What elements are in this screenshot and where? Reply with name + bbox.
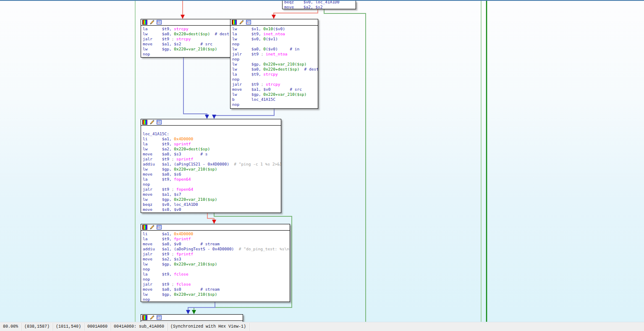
block-title-bar[interactable] <box>141 224 290 231</box>
block-loc-41A1D0-partial[interactable] <box>141 314 243 322</box>
asm-line[interactable]: loc_41A15C: <box>143 131 281 137</box>
asm-line[interactable]: b loc_41A15C <box>232 97 318 102</box>
node-group-icon[interactable] <box>246 20 251 25</box>
block-code: li $a1, 0x4D0000la $t9, fprintfmove $a0,… <box>141 231 290 303</box>
asm-line[interactable]: nop <box>232 42 318 47</box>
asm-line[interactable]: addiu $a1, (aPingC1S21 - 0x4D0000) # "pi… <box>143 162 281 167</box>
asm-line[interactable]: la $t9, sprintf <box>143 142 281 147</box>
node-edit-comment-icon[interactable] <box>149 20 154 25</box>
block-code: lw $v1, 0x10($v0)la $t9, inet_ntoalw $v0… <box>230 26 318 108</box>
asm-line[interactable]: beqz $v0, loc_41A1D0 <box>284 0 356 5</box>
node-group-icon[interactable] <box>157 225 162 230</box>
node-group-icon[interactable] <box>157 315 162 320</box>
node-group-icon[interactable] <box>157 120 162 125</box>
status-sync-indicator: (Synchronized with Hex View-1) <box>168 323 249 331</box>
node-color-icon[interactable] <box>232 20 237 25</box>
status-file-offset: 0001A060 <box>84 323 111 331</box>
asm-line[interactable]: jalr $t9 ; fopen64 <box>143 187 281 192</box>
block-title-bar[interactable] <box>230 19 318 26</box>
asm-line[interactable]: lw $a0, 0x220+dest($sp) # dest <box>232 67 318 72</box>
asm-line[interactable]: move $a1, $v0 # src <box>232 87 318 92</box>
asm-line[interactable]: la $t9, fprintf <box>143 236 290 242</box>
asm-line[interactable]: lw $v0, 0($v1) <box>232 37 318 42</box>
node-color-icon[interactable] <box>142 315 147 320</box>
asm-line[interactable]: move $a2, $s3 <box>143 257 290 262</box>
asm-line[interactable]: nop <box>143 297 290 302</box>
asm-line[interactable]: move $a0, $s3 # s <box>143 152 281 157</box>
node-color-icon[interactable] <box>142 20 147 25</box>
asm-line[interactable]: jalr $t9 ; sprintf <box>143 157 281 162</box>
node-edit-comment-icon[interactable] <box>149 315 154 320</box>
node-group-icon[interactable] <box>157 20 162 25</box>
blocks-layer: beqz $v0, loc_41A1D0move $a2, $s2la $t9,… <box>0 1 644 322</box>
asm-line[interactable]: beqz $v0, loc_41A1D0 <box>143 202 281 207</box>
status-zoom-level: 80.00% <box>0 323 21 331</box>
block-title-bar[interactable] <box>141 119 281 126</box>
status-address-function: 0041A060: sub_41A060 <box>111 323 168 331</box>
asm-line[interactable]: la $t9, strcpy <box>232 72 318 77</box>
ida-graph-window: beqz $v0, loc_41A1D0move $a2, $s2la $t9,… <box>0 0 644 331</box>
asm-line[interactable]: nop <box>143 267 290 272</box>
asm-line[interactable] <box>143 126 281 131</box>
asm-line[interactable]: lw $gp, 0x220+var_210($sp) <box>143 167 281 172</box>
asm-line[interactable]: nop <box>143 277 290 282</box>
asm-line[interactable]: lw $gp, 0x220+var_210($sp) <box>232 62 318 67</box>
asm-line[interactable]: nop <box>232 102 318 107</box>
block-loc-41A15C[interactable]: loc_41A15C:li $a1, 0x4D0000la $t9, sprin… <box>141 119 281 213</box>
asm-line[interactable]: jalr $t9 ; inet_ntoa <box>232 52 318 57</box>
asm-line[interactable]: move $a0, $s6 <box>143 172 281 177</box>
node-edit-comment-icon[interactable] <box>149 225 154 230</box>
block-cond-top[interactable]: beqz $v0, loc_41A1D0move $a2, $s2 <box>282 1 356 9</box>
status-cursor-coords: (1011,540) <box>53 323 84 331</box>
block-inet-ntoa[interactable]: lw $v1, 0x10($v0)la $t9, inet_ntoalw $v0… <box>230 19 318 109</box>
asm-line[interactable]: move $s0, $v0 <box>143 207 281 212</box>
asm-line[interactable]: jalr $t9 ; fclose <box>143 282 290 287</box>
asm-line[interactable]: lw $v1, 0x10($v0) <box>232 26 318 32</box>
asm-line[interactable]: lw $gp, 0x220+var_210($sp) <box>232 92 318 97</box>
asm-line[interactable]: lw $gp, 0x220+var_210($sp) <box>143 197 281 202</box>
graph-view[interactable]: beqz $v0, loc_41A1D0move $a2, $s2la $t9,… <box>0 0 644 322</box>
asm-line[interactable]: lw $a0, 0($v0) # in <box>232 47 318 52</box>
asm-line[interactable]: move $a0, $v0 # stream <box>143 242 290 247</box>
asm-line[interactable]: move $a2, $s2 <box>284 5 356 10</box>
node-edit-comment-icon[interactable] <box>149 120 154 125</box>
block-title-bar[interactable] <box>141 315 243 321</box>
asm-line[interactable]: nop <box>143 182 281 187</box>
asm-line[interactable]: nop <box>232 57 318 62</box>
asm-line[interactable]: move $a1, $s7 <box>143 192 281 197</box>
asm-line[interactable]: jalr $t9 ; fprintf <box>143 252 290 257</box>
node-color-icon[interactable] <box>142 120 147 125</box>
asm-line[interactable]: lw $gp, 0x220+var_210($sp) <box>143 292 290 297</box>
block-code: beqz $v0, loc_41A1D0move $a2, $s2 <box>283 0 356 11</box>
asm-line[interactable]: lw $a2, 0x220+dest($sp) <box>143 147 281 152</box>
asm-line[interactable]: jalr $t9 ; strcpy <box>232 82 318 87</box>
asm-line[interactable]: move $a0, $s0 # stream <box>143 287 290 292</box>
status-bar: 80.00% (838,1587) (1011,540) 0001A060 00… <box>0 322 644 331</box>
block-fprintf-fclose[interactable]: li $a1, 0x4D0000la $t9, fprintfmove $a0,… <box>141 224 290 302</box>
asm-line[interactable]: la $t9, fopen64 <box>143 177 281 182</box>
node-edit-comment-icon[interactable] <box>239 20 244 25</box>
asm-line[interactable]: li $a1, 0x4D0000 <box>143 231 290 236</box>
asm-line[interactable]: nop <box>232 77 318 82</box>
block-code <box>141 321 243 322</box>
status-graph-coords: (838,1587) <box>21 323 53 331</box>
asm-line[interactable]: addiu $a1, (aDoPingTestS - 0x4D0000) # "… <box>143 247 290 252</box>
block-code: loc_41A15C:li $a1, 0x4D0000la $t9, sprin… <box>141 126 281 213</box>
node-color-icon[interactable] <box>142 225 147 230</box>
asm-line[interactable]: lw $gp, 0x220+var_210($sp) <box>143 262 290 267</box>
asm-line[interactable]: li $a1, 0x4D0000 <box>143 137 281 142</box>
asm-line[interactable]: la $t9, inet_ntoa <box>232 32 318 37</box>
asm-line[interactable]: la $t9, fclose <box>143 272 290 277</box>
